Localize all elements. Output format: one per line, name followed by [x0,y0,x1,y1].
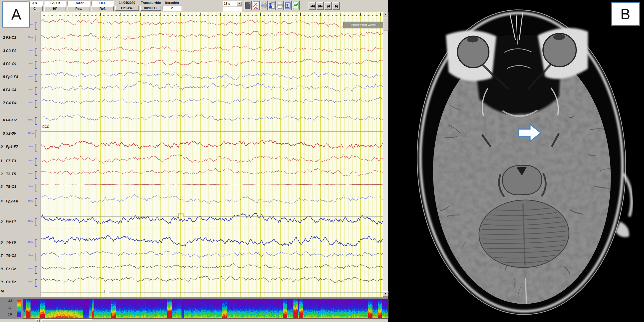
scale-ibeam-icon [34,131,37,138]
patient-record-icon[interactable] [268,1,276,10]
scale-ibeam-icon [34,117,37,125]
spectrogram-max-label: 3.5 [8,299,12,302]
setting-value: Transcurrido [140,1,161,5]
panel-a-letter: A [11,6,21,23]
setting-button[interactable]: 00:00:12 [140,6,161,11]
channel-name: C3-P3 [6,49,16,53]
scale-ibeam-icon [34,266,37,274]
channel-number: 9 [1,131,5,136]
channel-row-F8-T4: 15F8-T450uV [0,219,41,226]
channel-number: 2 [1,36,5,40]
scroll-down-icon[interactable]: ▼ [383,291,388,297]
fast-forward-button[interactable]: ▶▶ [317,2,324,10]
scale-ibeam-icon [34,144,37,152]
channel-row-Cz-Pz: 19Cz-Pz50uV [0,280,41,287]
channel-row-F3-C3: 2F3-C350uV [0,36,41,43]
mri-panel: B [388,0,644,322]
vertical-scrollbar[interactable]: ▲ ▼ [383,12,388,297]
setting-value[interactable]: 120 Hz [44,1,66,6]
channel-row-Fz-Cz: 18Fz-Cz50uV [0,267,41,274]
scale-ibeam-icon [34,253,37,260]
marker-channel-label: M [1,289,4,293]
channel-number: 8 [1,118,5,122]
channel-number: 12 [0,172,2,176]
channel-number: 17 [0,254,2,258]
channel-name: T5-O1 [6,185,16,189]
channel-name: Fp2-F8 [6,199,18,203]
scrollbar-thumb[interactable] [383,17,388,31]
setting-value[interactable]: Trazar [68,1,90,6]
scale-ibeam-icon [34,218,37,226]
channel-row-P4-O2: 8P4-O250uV [0,118,41,125]
channel-row-C4-P4: 7C4-P450uV [0,101,41,108]
channel-name: T3-T5 [6,172,16,176]
setting-value: 14/04/2020 [115,1,139,5]
channel-row-X2-0V: 9X2-0V500uV [0,131,41,139]
channel-scale: 50uV [28,199,33,202]
setting-button[interactable]: Pac. [68,6,90,11]
setting-value[interactable]: OFF [91,1,114,6]
hscrollbar-thumb[interactable] [41,319,92,322]
scale-ibeam-icon [34,74,37,82]
channel-number: 6 [1,88,5,92]
scissors-on-icon[interactable]: ON [252,1,260,10]
channel-number: 4 [1,62,5,66]
notes-icon[interactable] [244,1,252,10]
scroll-left-icon[interactable]: ◀ [35,319,40,322]
channel-number: 18 [0,267,2,271]
skip-start-button[interactable]: |◀ [325,2,332,10]
epoch-dropdown[interactable]: 15 s ▼ [223,1,242,6]
channel-name: Fp1-F7 [6,145,18,149]
epoch-secondary-field[interactable] [223,7,242,12]
scale-ibeam-icon [34,158,37,166]
scroll-up-icon[interactable]: ▲ [383,12,388,17]
scale-ibeam-icon [34,279,37,287]
scale-ibeam-icon [34,87,37,95]
scale-ibeam-icon [34,35,37,42]
channel-scale: 50uV [28,62,33,65]
scale-ibeam-icon [34,239,37,247]
scale-ibeam-icon [34,48,37,56]
chevron-down-icon[interactable]: ▼ [237,1,242,6]
setting-button[interactable]: 11:13:49 [115,6,139,11]
channel-row-F7-T3: 11F7-T350uV [0,159,41,166]
horizontal-scrollbar[interactable]: ◀ [0,319,388,322]
setting-button[interactable]: HF [44,6,66,11]
setting-5: Transcurrido00:00:12 [140,1,161,11]
channel-name: T4-T6 [6,240,16,244]
toolbar-icons: ON [244,1,300,10]
panel-b-letter: B [620,6,630,23]
channel-number: 3 [1,49,5,53]
channel-scale: 50uV [28,254,33,257]
axial-brain-mri [388,0,644,322]
channel-name: Fp2-F4 [6,75,18,79]
channel-name: P4-O2 [6,118,17,122]
channel-scale: 50uV [28,36,33,38]
channel-number: 16 [0,240,2,244]
trend-icon[interactable] [292,1,300,10]
channel-name: T6-O2 [6,254,16,258]
channel-number: 13 [0,185,2,189]
epoch-combo-wrap: 15 s ▼ [223,1,242,12]
channel-number: 5 [1,75,5,79]
photo-icon[interactable] [284,1,292,10]
print-icon[interactable] [276,1,284,10]
channel-scale: 50uV [28,172,33,175]
processed-wave-button[interactable]: Processed wave [343,22,383,28]
globe-icon[interactable] [260,1,268,10]
scale-ibeam-icon [34,100,37,108]
eeg-trace-area[interactable]: ECG Processed wave [41,12,383,297]
channel-label-column: M 1Fp1-F350uV2F3-C350uV3C3-P350uV4P3-O15… [0,11,41,297]
setting-button[interactable]: 2 [163,6,182,11]
channel-row-T4-T6: 16T4-T650uV [0,240,41,247]
channel-scale: 50uV [28,220,33,222]
channel-number: 14 [0,199,2,203]
channel-row-T3-T5: 12T3-T550uV [0,172,41,179]
channel-scale: 50uV [28,101,33,104]
channel-name: F7-T3 [6,159,16,163]
channel-scale: 50uV [28,267,33,270]
setting-button[interactable]: Ref. [91,6,114,11]
channel-scale: 50uV [28,241,33,243]
rewind-button[interactable]: ◀◀ [309,2,316,10]
skip-end-button[interactable]: ▶| [333,2,340,10]
